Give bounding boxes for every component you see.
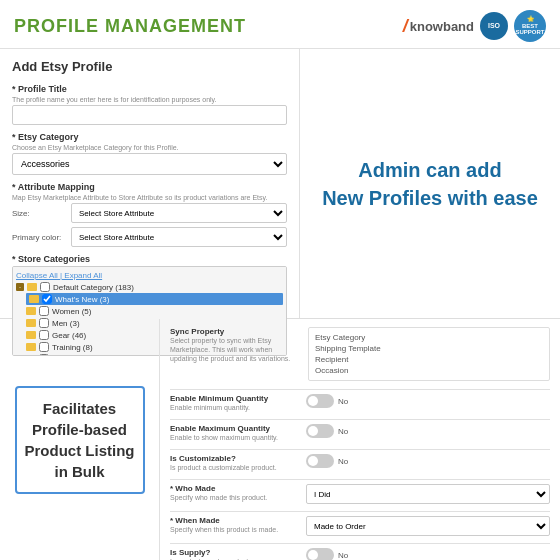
store-categories-label: * Store Categories xyxy=(12,254,287,264)
attribute-mapping-hint: Map Etsy Marketplace Attribute to Store … xyxy=(12,194,287,201)
divider-5 xyxy=(170,511,550,512)
when-made-control: Made to Order xyxy=(306,516,550,536)
etsy-category-label: * Etsy Category xyxy=(12,132,287,142)
cat-checkbox-women[interactable] xyxy=(39,306,49,316)
min-qty-label: Enable Minimum Quantity xyxy=(170,394,300,403)
who-made-control: I Did xyxy=(306,484,550,504)
is-supply-toggle[interactable] xyxy=(306,548,334,560)
who-made-label: * Who Made xyxy=(170,484,300,493)
attribute-mapping-label: * Attribute Mapping xyxy=(12,182,287,192)
profile-title-input[interactable] xyxy=(12,105,287,125)
size-row: Size: Select Store Attribute xyxy=(12,203,287,223)
who-made-label-col: * Who Made Specify who made this product… xyxy=(170,484,300,502)
sync-property-label: Sync Property xyxy=(170,327,300,336)
cat-label-new: What's New (3) xyxy=(55,295,109,304)
attribute-mapping-group: * Attribute Mapping Map Etsy Marketplace… xyxy=(12,182,287,247)
primary-color-select[interactable]: Select Store Attribute xyxy=(71,227,287,247)
callout-bottom-text: FacilitatesProfile-basedProduct Listingi… xyxy=(15,386,145,494)
collapse-expand-link[interactable]: Collapse All | Expand All xyxy=(16,271,102,280)
form-title: Add Etsy Profile xyxy=(12,59,287,74)
sync-item-category: Etsy Category xyxy=(315,332,543,343)
min-qty-label-col: Enable Minimum Quantity Enable minimum q… xyxy=(170,394,300,412)
divider-1 xyxy=(170,389,550,390)
divider-4 xyxy=(170,479,550,480)
is-supply-label-col: Is Supply? Is product supply product. xyxy=(170,548,300,560)
customizable-label-col: Is Customizable? Is product a customizab… xyxy=(170,454,300,472)
min-qty-toggle[interactable] xyxy=(306,394,334,408)
when-made-label: * When Made xyxy=(170,516,300,525)
callout-top: Admin can addNew Profiles with ease xyxy=(300,49,560,318)
min-qty-row: Enable Minimum Quantity Enable minimum q… xyxy=(170,394,550,412)
sync-property-section: Sync Property Select property to sync wi… xyxy=(170,327,550,381)
customizable-toggle[interactable] xyxy=(306,454,334,468)
knowband-logo: / knowband xyxy=(403,16,474,37)
divider-2 xyxy=(170,419,550,420)
max-qty-label: Enable Maximum Quantity xyxy=(170,424,300,433)
customizable-hint: Is product a customizable product. xyxy=(170,463,300,472)
max-qty-control: No xyxy=(306,424,550,438)
when-made-label-col: * When Made Specify when this product is… xyxy=(170,516,300,534)
who-made-select[interactable]: I Did xyxy=(306,484,550,504)
size-label: Size: xyxy=(12,209,67,218)
is-supply-row: Is Supply? Is product supply product. No xyxy=(170,548,550,560)
sync-property-box: Etsy Category Shipping Template Recipien… xyxy=(308,327,550,381)
sync-item-occasion: Occasion xyxy=(315,365,543,376)
is-supply-label: Is Supply? xyxy=(170,548,300,557)
iso-badge: ISO xyxy=(480,12,508,40)
sync-property-hint: Select property to sync with Etsy Market… xyxy=(170,336,300,363)
profile-title-hint: The profile name you enter here is for i… xyxy=(12,96,287,103)
customizable-label: Is Customizable? xyxy=(170,454,300,463)
divider-3 xyxy=(170,449,550,450)
cat-checkbox-new[interactable] xyxy=(42,294,52,304)
size-select[interactable]: Select Store Attribute xyxy=(71,203,287,223)
profile-title-group: * Profile Title The profile name you ent… xyxy=(12,84,287,125)
support-text: ⭐BEST SUPPORT xyxy=(514,16,546,36)
who-made-row: * Who Made Specify who made this product… xyxy=(170,484,550,504)
callout-top-text: Admin can addNew Profiles with ease xyxy=(322,156,538,212)
sync-label-col: Sync Property Select property to sync wi… xyxy=(170,327,300,381)
page-header: PROFILE MANAGEMENT / knowband ISO ⭐BEST … xyxy=(0,0,560,49)
max-qty-toggle[interactable] xyxy=(306,424,334,438)
profile-title-label: * Profile Title xyxy=(12,84,287,94)
cat-label-women: Women (5) xyxy=(52,307,91,316)
customizable-row: Is Customizable? Is product a customizab… xyxy=(170,454,550,472)
folder-icon-new xyxy=(29,295,39,303)
max-qty-label-col: Enable Maximum Quantity Enable to show m… xyxy=(170,424,300,442)
cat-controls[interactable]: Collapse All | Expand All xyxy=(16,270,283,281)
page-title: PROFILE MANAGEMENT xyxy=(14,16,246,37)
when-made-row: * When Made Specify when this product is… xyxy=(170,516,550,536)
primary-color-row: Primary color: Select Store Attribute xyxy=(12,227,287,247)
bottom-form-panel: Sync Property Select property to sync wi… xyxy=(160,319,560,560)
etsy-category-select[interactable]: Accessories xyxy=(12,153,287,175)
when-made-select[interactable]: Made to Order xyxy=(306,516,550,536)
iso-text: ISO xyxy=(488,22,500,30)
add-etsy-profile-panel: Add Etsy Profile * Profile Title The pro… xyxy=(0,49,300,318)
best-support-badge: ⭐BEST SUPPORT xyxy=(514,10,546,42)
sync-item-recipient: Recipient xyxy=(315,354,543,365)
max-qty-no: No xyxy=(338,427,348,436)
primary-color-label: Primary color: xyxy=(12,233,67,242)
header-logos: / knowband ISO ⭐BEST SUPPORT xyxy=(403,10,546,42)
etsy-category-group: * Etsy Category Choose an Etsy Marketpla… xyxy=(12,132,287,175)
is-supply-control: No xyxy=(306,548,550,560)
min-qty-hint: Enable minimum quantity. xyxy=(170,403,300,412)
when-made-hint: Specify when this product is made. xyxy=(170,525,300,534)
cat-checkbox-default[interactable] xyxy=(40,282,50,292)
max-qty-hint: Enable to show maximum quantity. xyxy=(170,433,300,442)
customizable-no: No xyxy=(338,457,348,466)
cat-label-default: Default Category (183) xyxy=(53,283,134,292)
expand-icon: - xyxy=(16,283,24,291)
who-made-hint: Specify who made this product. xyxy=(170,493,300,502)
k-slash-icon: / xyxy=(403,16,408,37)
max-qty-row: Enable Maximum Quantity Enable to show m… xyxy=(170,424,550,442)
min-qty-no: No xyxy=(338,397,348,406)
divider-6 xyxy=(170,543,550,544)
cat-item-whatsnew[interactable]: What's New (3) xyxy=(26,293,283,305)
cat-item-women[interactable]: Women (5) xyxy=(26,305,283,317)
sync-item-shipping: Shipping Template xyxy=(315,343,543,354)
cat-item-default[interactable]: - Default Category (183) xyxy=(16,281,283,293)
knowband-text: knowband xyxy=(410,19,474,34)
folder-icon-women xyxy=(26,307,36,315)
bottom-section: FacilitatesProfile-basedProduct Listingi… xyxy=(0,319,560,560)
main-content: Add Etsy Profile * Profile Title The pro… xyxy=(0,49,560,560)
